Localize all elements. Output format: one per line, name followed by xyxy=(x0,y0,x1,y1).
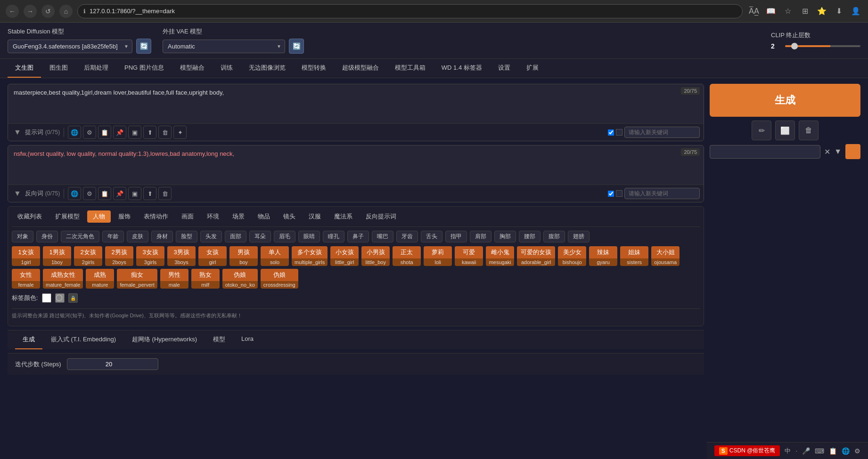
trash-btn[interactable]: 🗑 xyxy=(158,126,172,139)
color-swatch-white[interactable] xyxy=(42,293,51,303)
tab-super-merge[interactable]: 超级模型融合 xyxy=(335,59,386,78)
sub-cat-身份[interactable]: 身份 xyxy=(36,231,58,242)
sub-cat-对象[interactable]: 对象 xyxy=(12,231,33,242)
cat-tab-clothing[interactable]: 服饰 xyxy=(113,210,136,223)
copy-up-btn[interactable]: 📋 xyxy=(98,126,111,139)
trash-right-btn[interactable]: 🗑 xyxy=(799,121,819,140)
home-button[interactable]: ⌂ xyxy=(59,5,73,18)
positive-collapse-arrow[interactable]: ▼ xyxy=(12,128,23,137)
csdn-toolbar-globe[interactable]: 🌐 xyxy=(842,447,850,455)
pencil-btn[interactable]: ✏ xyxy=(752,121,771,140)
tab-infinite-browse[interactable]: 无边图像浏览 xyxy=(241,59,293,78)
magic-btn[interactable]: ✦ xyxy=(173,126,187,139)
sub-cat-眉毛[interactable]: 眉毛 xyxy=(274,231,295,242)
positive-prompt-textarea[interactable] xyxy=(8,84,704,122)
negative-prompt-textarea[interactable] xyxy=(8,145,704,183)
favorites-btn[interactable]: ☆ xyxy=(781,5,794,18)
bottom-tab-generate[interactable]: 生成 xyxy=(15,330,42,349)
tag-item[interactable]: 小男孩 little_boy xyxy=(361,246,390,266)
neg-settings-btn[interactable]: ⚙ xyxy=(83,187,96,200)
tag-item[interactable]: 美少女 bishoujo xyxy=(558,246,586,266)
cat-tab-scene[interactable]: 场景 xyxy=(227,210,250,223)
sub-cat-瞳孔[interactable]: 瞳孔 xyxy=(323,231,344,242)
bottom-tab-lora[interactable]: Lora xyxy=(234,330,261,349)
refresh-button[interactable]: ↺ xyxy=(41,5,55,18)
tag-item[interactable]: 成熟 mature xyxy=(86,269,114,289)
tab-settings[interactable]: 设置 xyxy=(491,59,518,78)
tag-item[interactable]: 萝莉 loli xyxy=(424,246,452,266)
sub-cat-脸型[interactable]: 脸型 xyxy=(176,231,197,242)
settings-btn[interactable]: ⚙ xyxy=(83,126,96,139)
csdn-toolbar-settings[interactable]: ⚙ xyxy=(854,447,860,455)
color-swatch-dark[interactable]: 🔒 xyxy=(68,293,78,303)
sd-model-refresh-btn[interactable]: 🔄 xyxy=(136,39,151,54)
csdn-toolbar-clipboard[interactable]: 📋 xyxy=(829,447,837,455)
cat-tab-hanfu[interactable]: 汉服 xyxy=(303,210,327,223)
forward-button[interactable]: → xyxy=(24,5,37,18)
neg-globe-btn[interactable]: 🌐 xyxy=(68,187,81,200)
csdn-toolbar-zh[interactable]: 中 xyxy=(785,447,791,455)
tab-extensions[interactable]: 扩展 xyxy=(519,59,546,78)
tag-item[interactable]: 3女孩 3girls xyxy=(136,246,164,266)
sub-cat-年龄[interactable]: 年龄 xyxy=(102,231,124,242)
sub-cat-二次元角色[interactable]: 二次元角色 xyxy=(61,231,99,242)
generate-button[interactable]: 生成 xyxy=(710,84,860,117)
sub-cat-面部[interactable]: 面部 xyxy=(225,231,246,242)
profile-btn[interactable]: 👤 xyxy=(849,5,862,18)
color-clear-btn[interactable]: ✕ xyxy=(824,147,830,156)
sub-cat-腹部[interactable]: 腹部 xyxy=(543,231,565,242)
tag-item[interactable]: 女性 female xyxy=(12,269,40,289)
split-btn[interactable]: ⊞ xyxy=(798,5,811,18)
favorites-bar-btn[interactable]: ⭐ xyxy=(815,5,828,18)
sub-cat-翅膀[interactable]: 翅膀 xyxy=(568,231,590,242)
tag-item[interactable]: 痴女 female_pervert xyxy=(117,269,157,289)
color-input-field[interactable] xyxy=(710,145,820,159)
sub-cat-指甲[interactable]: 指甲 xyxy=(445,231,467,242)
neg-frame-btn[interactable]: ▣ xyxy=(128,187,141,200)
sub-cat-舌头[interactable]: 舌头 xyxy=(421,231,442,242)
tag-item[interactable]: 可爱的女孩 adorable_girl xyxy=(517,246,555,266)
sub-cat-嘴巴[interactable]: 嘴巴 xyxy=(372,231,393,242)
bottom-tab-embedding[interactable]: 嵌入式 (T.I. Embedding) xyxy=(43,330,123,349)
neg-trash-btn[interactable]: 🗑 xyxy=(158,187,172,200)
keyword-checkbox[interactable] xyxy=(608,129,614,136)
tab-model-tools[interactable]: 模型工具箱 xyxy=(387,59,433,78)
tab-img2img[interactable]: 图生图 xyxy=(42,59,75,78)
back-button[interactable]: ← xyxy=(6,5,19,18)
tag-item[interactable]: 2女孩 2girls xyxy=(74,246,102,266)
cat-tab-expression[interactable]: 表情动作 xyxy=(138,210,174,223)
paste-btn[interactable]: 📌 xyxy=(113,126,126,139)
neg-upload-btn[interactable]: ⬆ xyxy=(143,187,156,200)
steps-input[interactable] xyxy=(67,358,158,370)
tab-train[interactable]: 训练 xyxy=(213,59,240,78)
neg-copy-up-btn[interactable]: 📋 xyxy=(98,187,111,200)
cat-tab-ext-model[interactable]: 扩展模型 xyxy=(49,210,85,223)
tag-item[interactable]: 1女孩 1girl xyxy=(12,246,40,266)
tag-item[interactable]: 正太 shota xyxy=(393,246,421,266)
square-btn[interactable]: ⬜ xyxy=(775,121,795,140)
csdn-toolbar-keyboard[interactable]: ⌨ xyxy=(815,447,824,455)
sd-model-select[interactable]: GuoFeng3.4.safetensors [a83e25fe5b] xyxy=(8,40,132,53)
frame-btn[interactable]: ▣ xyxy=(128,126,141,139)
tag-item[interactable]: 可爱 kawaii xyxy=(455,246,483,266)
neg-keyword-checkbox[interactable] xyxy=(608,191,614,197)
tag-item[interactable]: 2男孩 2boys xyxy=(105,246,133,266)
cat-tab-negative[interactable]: 反向提示词 xyxy=(360,210,402,223)
color-picker-icon[interactable] xyxy=(845,144,860,159)
tag-item[interactable]: 伪娘 crossdressing xyxy=(261,269,298,289)
tag-item[interactable]: 雌小鬼 mesugaki xyxy=(486,246,514,266)
sub-cat-头发[interactable]: 头发 xyxy=(200,231,222,242)
tag-item[interactable]: 男性 male xyxy=(160,269,188,289)
cat-tab-environment[interactable]: 环境 xyxy=(201,210,225,223)
collections-btn[interactable]: ⬇ xyxy=(832,5,845,18)
tag-item[interactable]: 3男孩 3boys xyxy=(167,246,196,266)
tab-model-convert[interactable]: 模型转换 xyxy=(294,59,334,78)
tag-item[interactable]: 单人 solo xyxy=(261,246,289,266)
tag-item[interactable]: 伪娘 otoko_no_ko xyxy=(222,269,258,289)
tab-txt2img[interactable]: 文生图 xyxy=(8,59,41,78)
sub-cat-鼻子[interactable]: 鼻子 xyxy=(347,231,369,242)
bottom-tab-model[interactable]: 模型 xyxy=(205,330,233,349)
bottom-tab-hypernetworks[interactable]: 超网络 (Hypernetworks) xyxy=(124,330,205,349)
negative-collapse-arrow[interactable]: ▼ xyxy=(12,189,23,198)
tab-pnginfo[interactable]: PNG 图片信息 xyxy=(117,59,172,78)
